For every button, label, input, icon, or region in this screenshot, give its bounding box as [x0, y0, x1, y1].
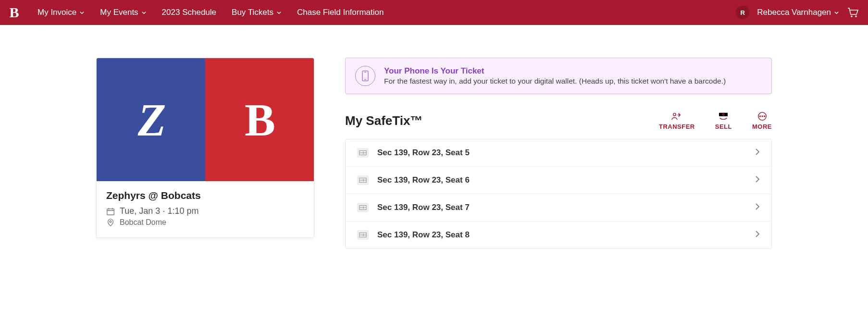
action-label: SELL	[715, 123, 732, 130]
tickets-panel: Your Phone Is Your Ticket For the fastes…	[345, 58, 772, 249]
safetix-header: My SafeTix™ TRANSFER SELL MORE	[345, 111, 772, 130]
sell-button[interactable]: SELL	[715, 111, 732, 130]
chevron-right-icon	[755, 175, 760, 185]
user-menu[interactable]: Rebecca Varnhagen	[757, 8, 839, 17]
transfer-button[interactable]: TRANSFER	[659, 111, 695, 130]
chevron-right-icon	[755, 148, 760, 158]
nav-buy-tickets[interactable]: Buy Tickets	[232, 8, 282, 17]
nav-schedule[interactable]: 2023 Schedule	[162, 8, 216, 17]
nav-label: Chase Field Information	[297, 8, 384, 17]
ticket-seat-label: Sec 139, Row 23, Seat 6	[377, 175, 746, 185]
event-card: Z B Zephyrs @ Bobcats Tue, Jan 3 · 1:10 …	[96, 58, 314, 238]
home-team-logo: B	[205, 58, 314, 181]
chevron-right-icon	[755, 230, 760, 240]
nav-label: 2023 Schedule	[162, 8, 216, 17]
event-meta: Zephyrs @ Bobcats Tue, Jan 3 · 1:10 pm B…	[97, 181, 314, 237]
ticket-icon	[357, 175, 369, 185]
event-title: Zephyrs @ Bobcats	[106, 190, 304, 201]
notice-title: Your Phone Is Your Ticket	[384, 66, 726, 76]
user-name: Rebecca Varnhagen	[757, 8, 831, 17]
event-venue-row: Bobcat Dome	[106, 218, 304, 227]
phone-ticket-icon	[355, 66, 375, 86]
action-label: MORE	[752, 123, 772, 130]
svg-point-11	[764, 116, 765, 117]
svg-point-9	[759, 116, 760, 117]
more-icon	[756, 111, 769, 121]
safetix-actions: TRANSFER SELL MORE	[659, 111, 772, 130]
ticket-seat-label: Sec 139, Row 23, Seat 8	[377, 230, 746, 240]
calendar-icon	[106, 207, 115, 216]
chevron-down-icon	[79, 10, 85, 15]
nav-label: Buy Tickets	[232, 8, 273, 17]
ticket-icon	[357, 203, 369, 212]
location-pin-icon	[106, 218, 115, 227]
event-venue: Bobcat Dome	[120, 218, 166, 227]
svg-point-1	[855, 15, 857, 17]
mobile-ticket-notice: Your Phone Is Your Ticket For the fastes…	[345, 58, 772, 94]
matchup-graphic: Z B	[97, 58, 314, 181]
user-block: R Rebecca Varnhagen	[736, 6, 859, 19]
ticket-icon	[357, 230, 369, 240]
event-datetime: Tue, Jan 3 · 1:10 pm	[120, 206, 198, 216]
ticket-icon	[357, 148, 369, 158]
nav-venue-info[interactable]: Chase Field Information	[297, 8, 384, 17]
svg-rect-2	[107, 209, 114, 215]
transfer-icon	[670, 111, 683, 121]
svg-point-0	[851, 15, 853, 17]
chevron-right-icon	[755, 203, 760, 212]
notice-body: For the fastest way in, add your ticket …	[384, 77, 726, 86]
ticket-row[interactable]: Sec 139, Row 23, Seat 7	[346, 194, 771, 222]
more-button[interactable]: MORE	[752, 111, 772, 130]
chevron-down-icon	[276, 10, 282, 15]
ticket-row[interactable]: Sec 139, Row 23, Seat 6	[346, 167, 771, 194]
nav-my-events[interactable]: My Events	[100, 8, 146, 17]
svg-point-5	[673, 113, 676, 116]
action-label: TRANSFER	[659, 123, 695, 130]
main-content: Z B Zephyrs @ Bobcats Tue, Jan 3 · 1:10 …	[0, 25, 868, 278]
ticket-row[interactable]: Sec 139, Row 23, Seat 5	[346, 139, 771, 167]
away-team-logo: Z	[97, 58, 205, 181]
nav-label: My Invoice	[37, 8, 76, 17]
event-datetime-row: Tue, Jan 3 · 1:10 pm	[106, 206, 304, 216]
nav-label: My Events	[100, 8, 138, 17]
sell-icon	[717, 111, 730, 121]
chevron-down-icon	[834, 10, 839, 15]
ticket-seat-label: Sec 139, Row 23, Seat 5	[377, 148, 746, 158]
avatar[interactable]: R	[736, 6, 749, 19]
cart-icon[interactable]	[847, 7, 859, 18]
svg-point-3	[110, 221, 112, 222]
ticket-seat-label: Sec 139, Row 23, Seat 7	[377, 203, 746, 212]
top-nav: B My Invoice My Events 2023 Schedule Buy…	[0, 0, 868, 25]
ticket-list: Sec 139, Row 23, Seat 5 Sec 139, Row 23,…	[345, 139, 772, 249]
svg-point-10	[762, 116, 763, 117]
chevron-down-icon	[141, 10, 147, 15]
brand-logo[interactable]: B	[0, 0, 28, 25]
nav-my-invoice[interactable]: My Invoice	[37, 8, 85, 17]
safetix-heading: My SafeTix™	[345, 113, 422, 128]
nav-items: My Invoice My Events 2023 Schedule Buy T…	[37, 8, 384, 17]
ticket-row[interactable]: Sec 139, Row 23, Seat 8	[346, 222, 771, 248]
